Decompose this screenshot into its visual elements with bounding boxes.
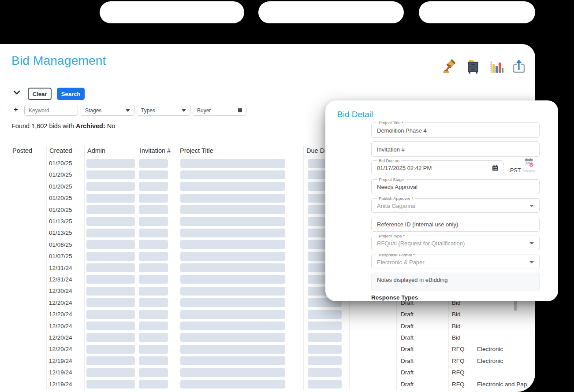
cell-project-title <box>177 192 303 204</box>
redacted-placeholder <box>180 322 285 330</box>
cell-admin <box>84 366 137 378</box>
redacted-placeholder <box>86 368 135 377</box>
cell-posted <box>12 239 46 250</box>
cell-due-date <box>303 344 349 355</box>
file-cabinet-icon[interactable] <box>465 59 481 74</box>
cell-invitation <box>137 251 177 262</box>
cell-invitation <box>137 239 177 250</box>
nav-pill-3[interactable] <box>419 1 535 23</box>
cell-created: 12/20/24 <box>46 332 84 343</box>
cell-stage: Draft <box>396 355 448 366</box>
scheduler-label: Scheduler <box>522 170 536 173</box>
cell-extra <box>349 355 396 366</box>
notes-field[interactable]: Notes displayed in eBidding <box>371 273 540 291</box>
redacted-placeholder <box>139 333 168 342</box>
cell-format: Electronic <box>475 355 527 366</box>
cell-created: 12/31/24 <box>46 262 84 274</box>
scheduler-calendar-icon <box>524 158 534 167</box>
redacted-placeholder <box>139 322 168 330</box>
redacted-placeholder <box>86 298 135 307</box>
redacted-placeholder <box>180 356 285 365</box>
cell-project-title <box>177 169 303 181</box>
cell-created: 01/20/25 <box>46 181 84 192</box>
chevron-down-icon[interactable] <box>13 89 21 96</box>
add-filter-icon[interactable]: + <box>14 105 18 114</box>
caret-down-icon <box>529 242 534 244</box>
cell-admin <box>84 355 137 366</box>
cell-format <box>475 332 527 343</box>
cell-admin <box>84 192 137 204</box>
calendar-icon[interactable] <box>492 165 499 171</box>
bid-detail-panel: Bid Detail Project Title * Demolition Ph… <box>325 100 558 301</box>
cell-format <box>475 320 527 332</box>
column-header-created[interactable]: Created <box>46 146 84 157</box>
nav-pill-1[interactable] <box>100 1 244 23</box>
redacted-placeholder <box>86 310 135 319</box>
keyword-input-wrap <box>24 105 78 116</box>
publish-approver-field[interactable]: Publish Approver * Anita Gagarina <box>371 198 540 213</box>
cell-invitation <box>137 332 177 343</box>
scheduler-button[interactable]: Scheduler <box>522 158 536 173</box>
redacted-placeholder <box>139 287 168 296</box>
cell-format: Electronic and Pape <box>475 378 527 390</box>
redacted-placeholder <box>180 368 285 377</box>
column-header-admin[interactable]: Admin <box>84 146 137 157</box>
cell-extra <box>349 332 396 343</box>
cell-created: 01/20/25 <box>46 192 84 204</box>
response-format-field[interactable]: Response Format * Electronic & Paper <box>371 255 540 269</box>
cell-invitation <box>137 274 177 285</box>
cell-admin <box>84 204 137 215</box>
keyword-input[interactable] <box>29 107 74 114</box>
cell-project-title <box>177 227 303 239</box>
cell-format: Electronic <box>475 344 527 355</box>
bid-due-field[interactable]: Bid Due on 01/17/2025 02:42 PM <box>371 160 503 175</box>
search-button[interactable]: Search <box>57 88 85 100</box>
cell-posted <box>12 297 46 308</box>
redacted-placeholder <box>139 205 168 214</box>
cell-project-title <box>177 239 303 250</box>
cell-posted <box>12 204 46 215</box>
gavel-icon[interactable] <box>442 59 458 74</box>
redacted-placeholder <box>139 380 168 388</box>
redacted-placeholder <box>139 310 168 319</box>
redacted-placeholder <box>139 356 168 365</box>
cell-extra <box>349 320 396 332</box>
redacted-placeholder <box>180 159 285 168</box>
cell-due-date <box>303 332 349 343</box>
project-stage-field[interactable]: Project Stage Needs Approval <box>371 179 540 194</box>
cell-type: Bid <box>448 308 475 320</box>
redacted-placeholder <box>180 333 285 342</box>
column-header-posted[interactable]: Posted <box>12 146 46 157</box>
redacted-placeholder <box>180 298 285 307</box>
reference-id-field[interactable]: Reference ID (Internal use only) <box>371 217 540 232</box>
column-header-project-title[interactable]: Project Title <box>177 146 303 157</box>
project-title-field[interactable]: Project Title * Demolition Phase 4 <box>371 122 540 138</box>
nav-pill-2[interactable] <box>258 1 404 23</box>
project-type-value: RFQual (Request for Qualification) <box>377 240 465 246</box>
invitation-number-field[interactable]: Invitation # <box>371 141 540 157</box>
bid-due-label: Bid Due on <box>377 158 401 163</box>
project-type-field[interactable]: Project Type * RFQual (Request for Quali… <box>371 236 540 250</box>
cell-created: 12/30/24 <box>46 285 84 297</box>
cell-posted <box>12 262 46 274</box>
export-icon[interactable] <box>511 59 527 74</box>
redacted-placeholder <box>180 263 285 272</box>
bar-chart-icon[interactable] <box>488 59 504 74</box>
cell-admin <box>84 285 137 297</box>
stages-dropdown[interactable]: Stages <box>81 105 134 116</box>
cell-posted <box>12 308 46 320</box>
redacted-placeholder <box>86 194 135 203</box>
cell-stage: Draft <box>396 366 448 378</box>
cell-type: RFQ <box>448 355 475 366</box>
clear-button[interactable]: Clear <box>28 88 52 100</box>
buyer-dropdown[interactable]: Buyer <box>193 105 246 116</box>
column-header-invitation-[interactable]: Invitation # <box>137 146 177 157</box>
redacted-placeholder <box>180 310 285 319</box>
cell-admin <box>84 157 137 169</box>
types-dropdown[interactable]: Types <box>137 105 190 116</box>
cell-invitation <box>137 181 177 192</box>
redacted-placeholder <box>180 182 285 191</box>
cell-due-date <box>303 320 349 332</box>
cell-stage: Draft <box>396 308 448 320</box>
cell-due-date <box>303 378 349 390</box>
